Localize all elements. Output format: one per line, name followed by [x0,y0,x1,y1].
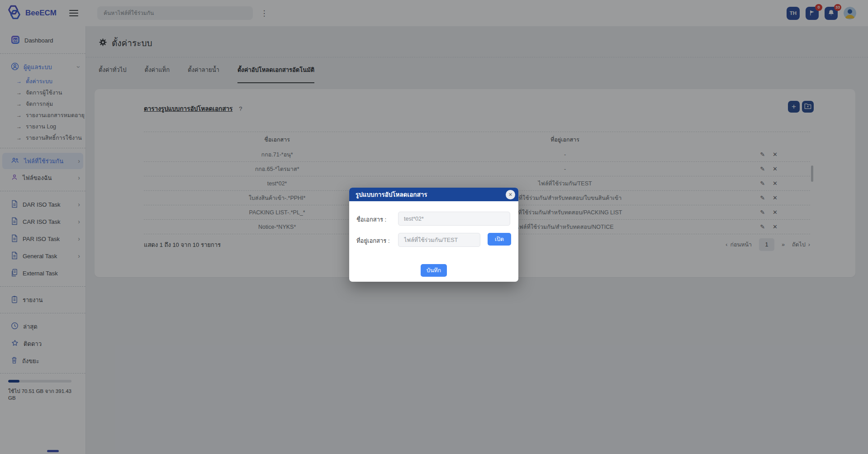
doc-location-input[interactable] [398,233,480,247]
open-button[interactable]: เปิด [488,233,511,246]
upload-format-modal: รูปแบบการอัปโหลดเอกสาร ✕ ชื่อเอกสาร : ที… [349,188,518,282]
doc-name-label: ชื่อเอกสาร : [356,215,386,224]
save-button[interactable]: บันทึก [421,264,447,277]
modal-title: รูปแบบการอัปโหลดเอกสาร [356,189,427,199]
doc-name-input[interactable] [398,212,510,226]
doc-location-label: ที่อยู่เอกสาร : [356,236,390,246]
modal-header: รูปแบบการอัปโหลดเอกสาร ✕ [349,188,518,201]
app-screen: BeeECM ⋮ TH 0 33 Dashboard ผู้ดูแลระบบ [0,0,868,454]
close-icon[interactable]: ✕ [506,190,515,199]
